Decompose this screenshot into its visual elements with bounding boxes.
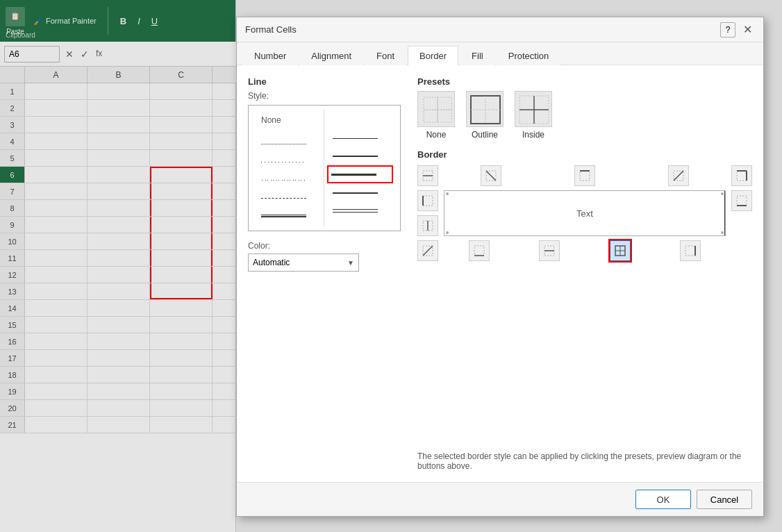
svg-rect-0	[424, 97, 438, 110]
dialog-body: Line Style: None	[237, 65, 763, 482]
border-right-buttons	[731, 165, 752, 261]
line-section-title: Line	[248, 76, 401, 87]
border-btn-right[interactable]	[680, 240, 701, 261]
preset-outline-svg	[467, 92, 504, 128]
line-style-fine-dash[interactable]	[328, 113, 392, 128]
dialog-tabs: Number Alignment Font Border Fill Protec…	[237, 42, 763, 65]
svg-line-17	[423, 246, 433, 256]
border-btn-middle-h[interactable]	[539, 240, 560, 261]
border-bottom-icon	[735, 194, 748, 207]
border-top-icon	[579, 169, 591, 182]
border-top-buttons	[444, 165, 726, 186]
presets-icons: None	[417, 91, 752, 140]
line-style-none-col: None	[253, 110, 324, 226]
border-btn-all[interactable]	[610, 240, 631, 261]
preset-inside-icon	[515, 91, 552, 127]
dialog-help-button[interactable]: ?	[720, 22, 735, 38]
svg-rect-3	[438, 110, 451, 122]
dialog-overlay: Format Cells ? ✕ Number Alignment Font B…	[0, 0, 782, 532]
line-styles-grid: None	[248, 105, 401, 231]
line-style-dash-dot[interactable]	[257, 154, 319, 169]
dialog-title-bar: Format Cells ? ✕	[237, 17, 763, 42]
border-preview[interactable]: Text	[444, 190, 726, 236]
dialog-title: Format Cells	[245, 24, 297, 35]
preset-inside-label: Inside	[522, 130, 544, 140]
tab-fill[interactable]: Fill	[460, 46, 495, 65]
svg-line-19	[486, 171, 496, 181]
border-btn-top-right[interactable]	[731, 165, 752, 186]
diagonal-bltr-icon	[422, 244, 434, 257]
svg-rect-24	[474, 246, 484, 256]
border-btn-top[interactable]	[574, 165, 595, 186]
corner-tl	[446, 192, 449, 195]
preview-right-border	[724, 191, 725, 235]
corner-br	[721, 231, 724, 234]
tab-alignment[interactable]: Alignment	[299, 46, 363, 65]
line-style-dashed[interactable]	[257, 190, 319, 206]
tab-border[interactable]: Border	[408, 46, 458, 65]
border-btn-diagonal-top[interactable]	[481, 165, 501, 186]
border-right-icon	[684, 244, 697, 257]
border-btn-diagonal-tr[interactable]	[668, 165, 689, 186]
svg-rect-31	[685, 246, 695, 256]
border-btn-left[interactable]	[417, 190, 438, 211]
line-style-none[interactable]: None	[257, 113, 319, 128]
dialog-footer: OK Cancel	[237, 482, 763, 516]
border-middle-h-icon	[543, 244, 556, 257]
svg-rect-12	[423, 196, 433, 206]
line-style-dash-dot-dot[interactable]	[257, 172, 319, 188]
style-label: Style:	[248, 91, 401, 101]
preset-none-svg	[418, 92, 456, 128]
border-all-icon	[614, 244, 626, 257]
border-btn-diagonal-tlbr[interactable]	[417, 165, 438, 186]
line-style-dotted[interactable]	[257, 136, 319, 151]
border-diagonal-tr-icon	[672, 169, 685, 182]
border-left-icon	[422, 194, 434, 207]
diagonal-tlbr-icon	[422, 169, 434, 182]
preset-none[interactable]: None	[417, 91, 455, 140]
tab-protection[interactable]: Protection	[497, 46, 561, 65]
line-style-double[interactable]	[328, 203, 392, 218]
line-style-medium[interactable]	[328, 185, 392, 200]
tab-number[interactable]: Number	[242, 46, 298, 65]
line-style-medium-dash-dot-dot[interactable]	[328, 149, 392, 164]
corner-tr	[721, 192, 724, 195]
color-value: Automatic	[253, 258, 290, 267]
color-dropdown[interactable]: Automatic ▼	[248, 253, 359, 272]
dialog-close-button[interactable]: ✕	[740, 22, 755, 38]
border-btn-middle-v[interactable]	[417, 215, 438, 236]
border-top-right-icon	[735, 169, 748, 182]
color-row: Color:	[248, 241, 401, 251]
svg-line-23	[674, 171, 683, 181]
preset-outline[interactable]: Outline	[466, 91, 504, 140]
presets-title: Presets	[417, 76, 752, 87]
tab-font[interactable]: Font	[365, 46, 406, 65]
preset-inside[interactable]: Inside	[515, 91, 552, 140]
border-section: Border	[417, 149, 752, 261]
border-btn-bottom-left[interactable]	[469, 240, 490, 261]
preview-wrapper: Text	[444, 165, 726, 261]
svg-rect-33	[737, 171, 747, 181]
border-btn-bottom-only[interactable]	[731, 190, 752, 211]
line-style-medium-dash-dot[interactable]	[328, 131, 392, 146]
line-style-thick[interactable]	[328, 167, 392, 182]
line-panel: Line Style: None	[248, 76, 401, 471]
border-title: Border	[417, 149, 752, 160]
border-controls: Text	[417, 165, 752, 261]
cancel-button[interactable]: Cancel	[697, 490, 752, 509]
preset-outline-icon	[466, 91, 504, 127]
help-text: The selected border style can be applied…	[417, 446, 752, 471]
preset-outline-label: Outline	[472, 130, 498, 140]
color-dropdown-wrapper: Automatic ▼	[248, 253, 401, 272]
svg-rect-20	[580, 171, 590, 181]
dropdown-arrow-icon: ▼	[347, 259, 354, 267]
border-btn-diagonal-bltr[interactable]	[417, 240, 438, 261]
preset-none-icon	[417, 91, 455, 127]
format-cells-dialog: Format Cells ? ✕ Number Alignment Font B…	[236, 17, 764, 517]
line-style-thin-thick[interactable]	[257, 208, 319, 224]
svg-rect-1	[438, 97, 451, 110]
preview-text: Text	[576, 208, 593, 219]
svg-rect-2	[424, 110, 438, 122]
ok-button[interactable]: OK	[635, 490, 691, 509]
line-style-right-col	[324, 110, 396, 226]
